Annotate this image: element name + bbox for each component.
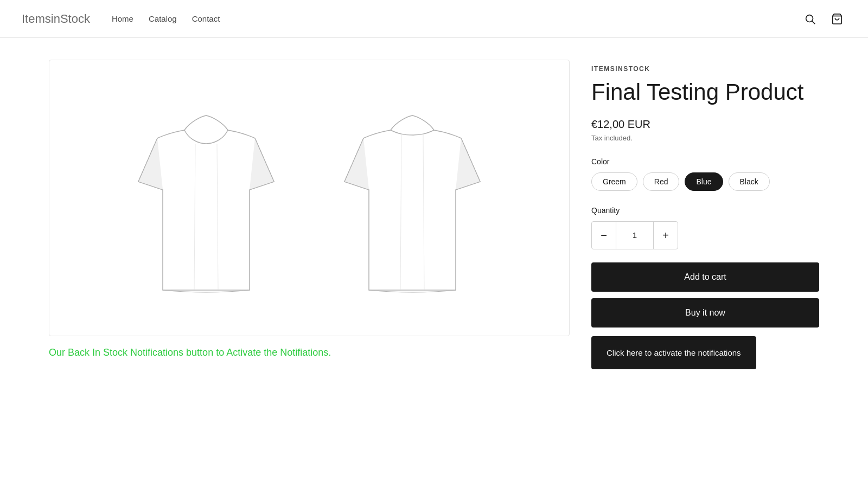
tshirt-back — [320, 89, 505, 306]
site-header: ItemsinStock Home Catalog Contact — [0, 0, 868, 38]
notification-text-area: Our Back In Stock Notifications button t… — [49, 336, 591, 369]
product-tax: Tax included. — [591, 134, 819, 142]
tshirt-images — [60, 89, 558, 306]
header-icons — [801, 10, 846, 28]
tshirt-front-svg — [114, 89, 298, 306]
product-gallery — [49, 60, 570, 336]
quantity-increase[interactable]: + — [654, 222, 678, 249]
cart-icon — [831, 13, 843, 25]
quantity-decrease[interactable]: − — [592, 222, 616, 249]
color-btn-blue[interactable]: Blue — [685, 172, 723, 191]
color-btn-greem[interactable]: Greem — [591, 172, 637, 191]
bottom-section: Our Back In Stock Notifications button t… — [27, 336, 841, 369]
product-details: ITEMSINSTOCK Final Testing Product €12,0… — [591, 60, 819, 336]
main-nav: Home Catalog Contact — [112, 14, 801, 23]
svg-line-1 — [812, 21, 815, 24]
color-options: Greem Red Blue Black — [591, 172, 819, 191]
product-brand: ITEMSINSTOCK — [591, 65, 819, 73]
site-logo[interactable]: ItemsinStock — [22, 12, 90, 26]
activate-notifications-button[interactable]: Click here to activate the notifications — [591, 336, 756, 369]
quantity-label: Quantity — [591, 206, 819, 215]
search-icon — [804, 13, 816, 25]
notification-cta-area: Click here to activate the notifications — [591, 336, 819, 369]
logo-text: ItemsinStock — [22, 12, 90, 25]
quantity-value: 1 — [616, 222, 654, 249]
add-to-cart-button[interactable]: Add to cart — [591, 262, 819, 292]
main-container: ITEMSINSTOCK Final Testing Product €12,0… — [27, 38, 841, 336]
nav-contact[interactable]: Contact — [192, 14, 220, 23]
product-price: €12,00 EUR — [591, 118, 819, 131]
product-title: Final Testing Product — [591, 79, 819, 105]
notification-message: Our Back In Stock Notifications button t… — [49, 336, 591, 369]
svg-point-0 — [806, 15, 813, 22]
color-btn-black[interactable]: Black — [729, 172, 770, 191]
quantity-control: − 1 + — [591, 221, 678, 249]
search-button[interactable] — [801, 10, 819, 28]
buy-now-button[interactable]: Buy it now — [591, 298, 819, 328]
nav-catalog[interactable]: Catalog — [149, 14, 177, 23]
cart-button[interactable] — [828, 10, 846, 28]
color-label: Color — [591, 157, 819, 166]
tshirt-front — [114, 89, 298, 306]
nav-home[interactable]: Home — [112, 14, 133, 23]
color-btn-red[interactable]: Red — [643, 172, 680, 191]
tshirt-back-svg — [320, 89, 505, 306]
